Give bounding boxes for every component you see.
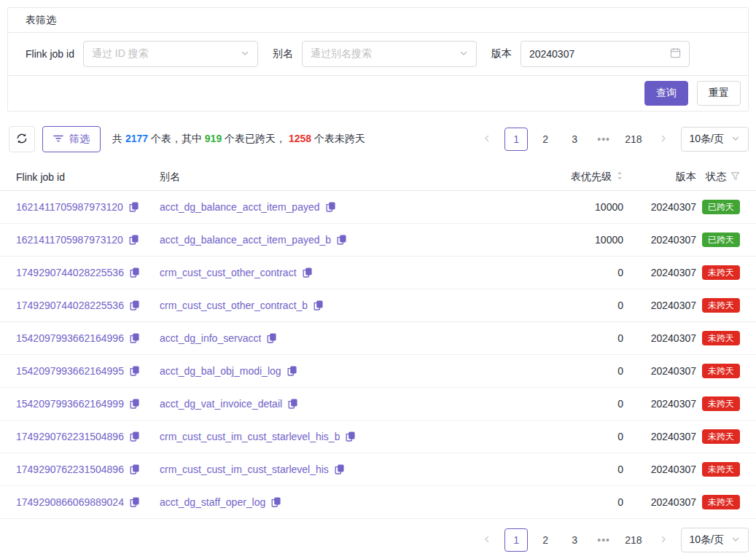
alias-link[interactable]: acct_dg_info_servacct	[160, 332, 261, 344]
job-id-link[interactable]: 1749290744028225536	[16, 300, 124, 311]
prev-page-button[interactable]	[475, 528, 499, 552]
page-button-2[interactable]: 2	[534, 528, 557, 552]
alias-link[interactable]: acct_dg_vat_invoice_detail	[160, 398, 282, 410]
job-id-link[interactable]: 1749290744028225536	[16, 267, 124, 278]
copy-icon[interactable]	[271, 497, 281, 507]
alias-select[interactable]: 通过别名搜索	[302, 41, 477, 67]
column-header-alias: 别名	[160, 171, 565, 184]
alias-cell: acct_dg_bal_obj_modi_log	[160, 365, 565, 377]
filter-card-title: 表筛选	[8, 8, 748, 33]
copy-icon[interactable]	[337, 235, 346, 245]
job-id-cell: 1749290744028225536	[16, 300, 160, 311]
copy-icon[interactable]	[130, 300, 139, 310]
copy-icon[interactable]	[130, 497, 139, 507]
status-cell: 已跨天	[696, 200, 740, 214]
copy-icon[interactable]	[288, 399, 297, 409]
version-input[interactable]	[529, 48, 670, 60]
job-id-link[interactable]: 1542097993662164999	[16, 398, 124, 410]
alias-cell: acct_dg_info_servacct	[160, 332, 565, 344]
filter-actions-row: 查询 重置	[8, 76, 748, 111]
bottom-pagination: 123•••218	[475, 528, 674, 552]
status-badge: 未跨天	[702, 429, 740, 444]
page-button-2[interactable]: 2	[534, 128, 557, 151]
copy-icon[interactable]	[303, 267, 312, 278]
copy-icon[interactable]	[129, 202, 139, 212]
priority-cell: 0	[565, 300, 623, 311]
page-button-1[interactable]: 1	[504, 528, 528, 552]
pagination-ellipsis: •••	[592, 128, 615, 151]
copy-icon[interactable]	[130, 431, 139, 442]
alias-link[interactable]: acct_dg_staff_oper_log	[160, 496, 265, 508]
reset-button[interactable]: 重置	[697, 81, 741, 106]
priority-cell: 10000	[565, 201, 623, 213]
copy-icon[interactable]	[287, 366, 297, 376]
copy-icon[interactable]	[130, 464, 139, 474]
page-button-1[interactable]: 1	[504, 128, 528, 151]
table-row: 1542097993662164995 acct_dg_bal_obj_modi…	[0, 355, 756, 388]
version-label: 版本	[491, 47, 512, 60]
chevron-right-icon	[659, 534, 668, 546]
version-cell: 20240307	[623, 398, 696, 410]
filter-toggle-button[interactable]: 筛选	[42, 126, 101, 152]
job-id-link[interactable]: 1749290762231504896	[16, 431, 124, 442]
job-id-link[interactable]: 1542097993662164995	[16, 365, 124, 377]
job-id-link[interactable]: 1749290866069889024	[16, 496, 124, 508]
version-datepicker[interactable]	[521, 41, 690, 67]
copy-icon[interactable]	[130, 333, 139, 343]
status-cell: 未跨天	[696, 298, 740, 313]
alias-link[interactable]: acct_dg_balance_acct_item_payed_b	[160, 234, 331, 246]
page-size-label: 10条/页	[690, 133, 724, 146]
alias-link[interactable]: acct_dg_bal_obj_modi_log	[160, 365, 281, 377]
copy-icon[interactable]	[130, 267, 139, 278]
alias-cell: crm_cust_cust_other_contract_b	[160, 300, 565, 311]
filter-card: 表筛选 Flink job id 通过 ID 搜索 别名 通过别名搜索 版本 查…	[7, 7, 749, 112]
filter-row: Flink job id 通过 ID 搜索 别名 通过别名搜索 版本	[8, 33, 748, 76]
job-id-link[interactable]: 1749290762231504896	[16, 464, 124, 475]
chevron-left-icon	[483, 534, 491, 546]
priority-cell: 0	[565, 431, 623, 442]
job-id-link[interactable]: 1621411705987973120	[16, 201, 123, 213]
alias-cell: crm_cust_cust_im_cust_starlevel_his	[160, 464, 565, 475]
copy-icon[interactable]	[267, 333, 276, 343]
chevron-down-icon	[731, 534, 740, 546]
copy-icon[interactable]	[130, 399, 139, 409]
copy-icon[interactable]	[326, 202, 335, 212]
job-id-link[interactable]: 1542097993662164996	[16, 332, 124, 344]
alias-link[interactable]: crm_cust_cust_other_contract_b	[160, 300, 308, 311]
sort-carets-icon[interactable]	[616, 171, 623, 183]
copy-icon[interactable]	[129, 235, 139, 245]
bottom-page-size-select[interactable]: 10条/页	[681, 528, 749, 552]
refresh-button[interactable]	[9, 126, 35, 152]
priority-cell: 0	[565, 398, 623, 410]
priority-cell: 0	[565, 332, 623, 344]
prev-page-button[interactable]	[475, 128, 499, 151]
page-button-218[interactable]: 218	[621, 528, 645, 552]
version-cell: 20240307	[623, 234, 696, 246]
alias-link[interactable]: acct_dg_balance_acct_item_payed	[160, 201, 320, 213]
search-button[interactable]: 查询	[644, 81, 688, 106]
top-page-size-select[interactable]: 10条/页	[681, 127, 749, 152]
copy-icon[interactable]	[313, 300, 323, 310]
pagination-ellipsis: •••	[592, 528, 615, 552]
table-row: 1749290744028225536 crm_cust_cust_other_…	[0, 289, 756, 322]
next-page-button[interactable]	[652, 128, 675, 151]
status-badge: 未跨天	[702, 462, 740, 477]
filter-funnel-icon[interactable]	[730, 171, 740, 183]
page-button-3[interactable]: 3	[563, 528, 586, 552]
alias-link[interactable]: crm_cust_cust_im_cust_starlevel_his_b	[160, 431, 340, 442]
copy-icon[interactable]	[335, 464, 344, 474]
job-id-cell: 1621411705987973120	[16, 234, 160, 246]
flink-job-id-select[interactable]: 通过 ID 搜索	[83, 41, 258, 67]
column-header-priority[interactable]: 表优先级	[565, 171, 623, 184]
alias-link[interactable]: crm_cust_cust_im_cust_starlevel_his	[160, 464, 329, 475]
copy-icon[interactable]	[346, 431, 355, 442]
page-button-3[interactable]: 3	[563, 128, 586, 151]
status-cell: 未跨天	[696, 331, 740, 345]
priority-cell: 0	[565, 267, 623, 278]
page-button-218[interactable]: 218	[621, 128, 645, 151]
next-page-button[interactable]	[652, 528, 675, 552]
copy-icon[interactable]	[130, 366, 139, 376]
alias-link[interactable]: crm_cust_cust_other_contract	[160, 267, 297, 278]
job-id-link[interactable]: 1621411705987973120	[16, 234, 123, 246]
table-row: 1749290744028225536 crm_cust_cust_other_…	[0, 257, 756, 289]
